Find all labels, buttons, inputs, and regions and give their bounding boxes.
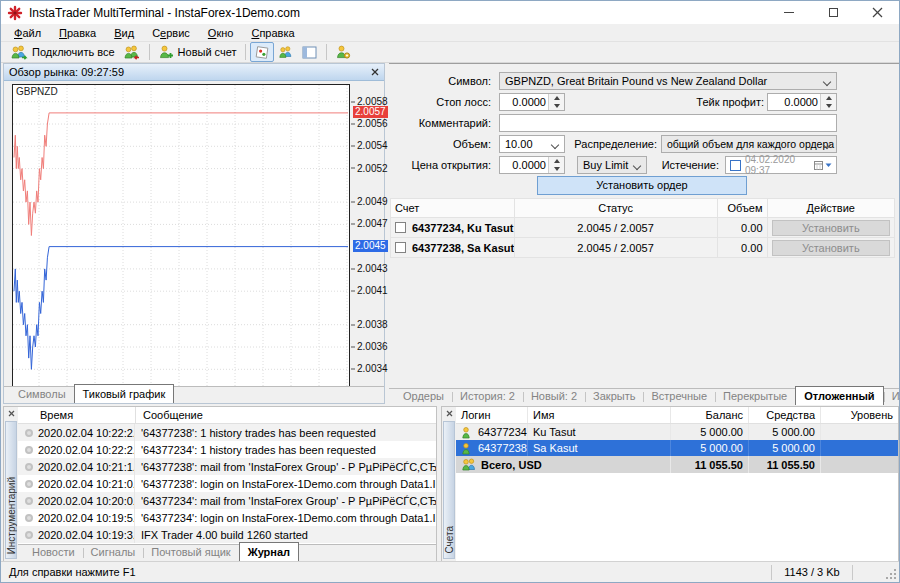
- app-window: InstaTrader MultiTerminal - InstaForex-1…: [0, 0, 900, 583]
- header-name[interactable]: Имя: [528, 407, 671, 423]
- menu-file[interactable]: Файл: [5, 26, 50, 40]
- journal-entry-icon: [25, 446, 33, 454]
- set-order-button[interactable]: Установить: [772, 240, 891, 256]
- market-watch-icon: [255, 45, 269, 60]
- expiry-label: Истечение:: [657, 159, 719, 171]
- menu-edit[interactable]: Правка: [50, 26, 105, 40]
- order-tab-0[interactable]: Ордеры: [395, 389, 452, 405]
- expiry-checkbox[interactable]: [730, 160, 741, 171]
- stop-loss-stepper[interactable]: [548, 94, 564, 110]
- account-level-cell: [821, 424, 898, 440]
- journal-row[interactable]: 2020.02.04 10:19:5...'64377234': login o…: [18, 509, 436, 526]
- journal-row[interactable]: 2020.02.04 10:22:2...'64377238': 1 histo…: [18, 424, 436, 441]
- menu-view[interactable]: Вид: [105, 26, 143, 40]
- header-balance[interactable]: Баланс: [671, 407, 749, 423]
- header-time[interactable]: Время: [18, 407, 136, 423]
- set-order-button[interactable]: Установить: [772, 220, 891, 236]
- account-settings-button[interactable]: [331, 42, 355, 62]
- take-profit-stepper[interactable]: [820, 94, 836, 110]
- accounts-vertical-tab[interactable]: Счета: [443, 421, 455, 559]
- menu-help[interactable]: Справка: [242, 26, 303, 40]
- order-volume-cell: 0.00: [718, 218, 768, 237]
- account-checkbox[interactable]: [395, 222, 406, 233]
- account-name-cell: Sa Kasut: [528, 440, 671, 456]
- account-row[interactable]: 64377238Sa Kasut5 000.005 000.00: [456, 440, 898, 456]
- market-watch-toggle-button[interactable]: [250, 42, 274, 62]
- journal-message: '64377234': mail from 'InstaForex Group'…: [141, 495, 436, 507]
- disconnect-all-button[interactable]: [119, 42, 145, 62]
- order-table-row[interactable]: 64377234, Ku Tasut2.0045 / 2.00570.00Уст…: [390, 218, 895, 238]
- journal-row[interactable]: 2020.02.04 10:21:1...'64377238': mail fr…: [18, 458, 436, 475]
- new-account-icon: [158, 45, 174, 60]
- connect-all-label: Подключить все: [32, 46, 115, 58]
- place-order-button[interactable]: Установить ордер: [537, 176, 747, 195]
- header-login[interactable]: Логин: [456, 407, 528, 423]
- terminal-window-toggle-button[interactable]: [298, 42, 322, 62]
- account-checkbox[interactable]: [395, 242, 406, 253]
- order-tab-6[interactable]: Отложенный: [795, 386, 883, 405]
- open-price-input[interactable]: 0.0000: [499, 156, 565, 174]
- journal-row[interactable]: 2020.02.04 10:20:0...'64377234': mail fr…: [18, 492, 436, 509]
- menu-service[interactable]: Сервис: [143, 26, 199, 40]
- open-price-label: Цена открытия:: [389, 159, 491, 171]
- order-tab-2[interactable]: Новый: 2: [523, 389, 585, 405]
- market-watch-tab-1[interactable]: Тиковый график: [74, 384, 175, 403]
- journal-close-button[interactable]: [4, 407, 18, 420]
- header-message[interactable]: Сообщение: [136, 409, 203, 421]
- order-tab-1[interactable]: История: 2: [452, 389, 523, 405]
- journal-tab-1[interactable]: Сигналы: [83, 545, 144, 561]
- journal-tab-3[interactable]: Журнал: [239, 542, 299, 561]
- journal-side-bar: Инструментарий: [4, 407, 18, 561]
- journal-row[interactable]: 2020.02.04 10:22:2...'64377234': 1 histo…: [18, 441, 436, 458]
- journal-tab-2[interactable]: Почтовый ящик: [143, 545, 238, 561]
- order-tab-4[interactable]: Встречные: [643, 389, 715, 405]
- header-level[interactable]: Уровень: [821, 407, 898, 423]
- ask-price-tag: 2.0057: [353, 106, 388, 118]
- order-table-row[interactable]: 64377238, Sa Kasut2.0045 / 2.00570.00Уст…: [390, 238, 895, 258]
- order-tab-7[interactable]: Изменить: [884, 389, 900, 405]
- comment-input[interactable]: [499, 114, 837, 132]
- order-type-select[interactable]: Buy Limit: [577, 156, 647, 174]
- take-profit-input[interactable]: 0.0000: [767, 93, 837, 111]
- total-level-cell: [821, 456, 898, 473]
- order-tab-3[interactable]: Закрыть: [585, 389, 643, 405]
- header-account[interactable]: Счет: [391, 199, 515, 217]
- open-price-stepper[interactable]: [548, 157, 564, 173]
- journal-row[interactable]: 2020.02.04 10:21:0...'64377238': login o…: [18, 475, 436, 492]
- price-tick-label: 2.0052: [351, 162, 388, 173]
- market-watch-tab-0[interactable]: Символы: [10, 387, 74, 403]
- journal-time: 2020.02.04 10:21:0...: [38, 478, 134, 490]
- market-overview-close-button[interactable]: [371, 68, 379, 76]
- expiry-calendar-dropdown[interactable]: [814, 161, 832, 170]
- new-account-button[interactable]: Новый счет: [154, 42, 241, 62]
- distribution-select[interactable]: общий объем для каждого ордера: [661, 135, 837, 153]
- symbol-select[interactable]: GBPNZD, Great Britain Pound vs New Zeala…: [499, 72, 837, 90]
- price-axis: 2.00582.00562.00542.00522.00492.00472.00…: [351, 84, 385, 387]
- account-name-cell: Ku Tasut: [528, 424, 671, 440]
- order-action-cell: Установить: [768, 238, 895, 257]
- accounts-close-button[interactable]: [442, 407, 456, 420]
- window-title: InstaTrader MultiTerminal - InstaForex-1…: [29, 6, 300, 20]
- header-status[interactable]: Статус: [515, 199, 718, 217]
- journal-time: 2020.02.04 10:19:3...: [38, 529, 134, 541]
- order-tab-5[interactable]: Перекрытые: [715, 389, 795, 405]
- minimize-button[interactable]: [767, 1, 811, 24]
- journal-vertical-tab[interactable]: Инструментарий: [5, 421, 17, 559]
- toolbar-separator: [245, 44, 246, 60]
- accounts-toggle-button[interactable]: [274, 42, 298, 62]
- account-row[interactable]: 64377234Ku Tasut5 000.005 000.00: [456, 424, 898, 440]
- journal-row[interactable]: 2020.02.04 10:19:3...IFX Trader 4.00 bui…: [18, 526, 436, 543]
- header-action[interactable]: Действие: [768, 199, 895, 217]
- maximize-button[interactable]: [811, 1, 855, 24]
- resize-grip[interactable]: [886, 569, 896, 579]
- menu-window[interactable]: Окно: [199, 26, 243, 40]
- journal-message: '64377234': login on InstaForex-1Demo.co…: [141, 512, 436, 524]
- connect-all-button[interactable]: Подключить все: [6, 42, 119, 62]
- journal-tab-0[interactable]: Новости: [24, 545, 83, 561]
- header-volume[interactable]: Объем: [718, 199, 768, 217]
- expiry-field[interactable]: 04.02.2020 09:37: [725, 156, 837, 174]
- header-equity[interactable]: Средства: [749, 407, 821, 423]
- menu-bar: ФайлПравкаВидСервисОкноСправка: [1, 24, 899, 41]
- close-button[interactable]: [855, 1, 899, 24]
- stop-loss-input[interactable]: 0.0000: [499, 93, 565, 111]
